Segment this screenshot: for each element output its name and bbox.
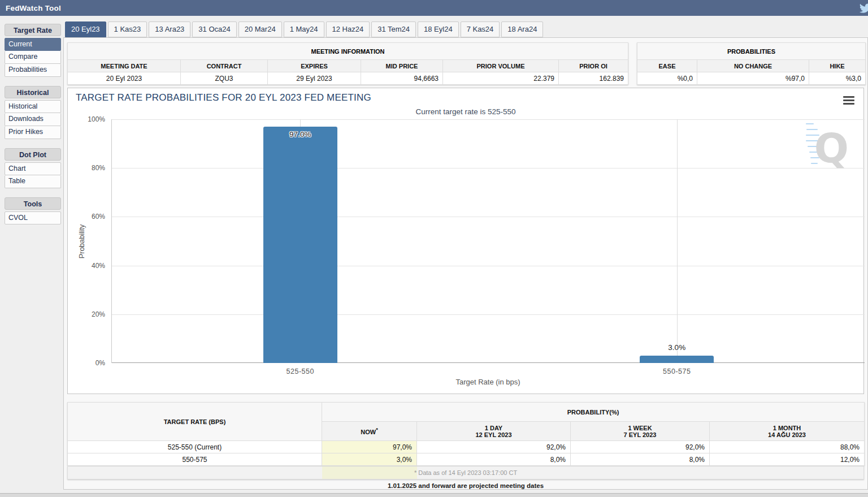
sidebar-item-table[interactable]: Table — [5, 175, 61, 188]
chart-plot-area: 97.0%525-5503.0%550-575 — [111, 119, 865, 363]
x-tick-label: 550-575 — [663, 368, 691, 375]
sidebar-item-compare[interactable]: Compare — [5, 51, 61, 64]
now-label: NOW — [361, 429, 376, 435]
col-hike: HIKE — [809, 60, 866, 72]
prior-volume-value: 22.379 — [443, 72, 559, 85]
y-tick-label: 0% — [96, 359, 105, 367]
tab-31-tem24[interactable]: 31 Tem24 — [371, 21, 416, 37]
sidebar-header-dot-plot: Dot Plot — [5, 148, 61, 161]
col-now: NOW* — [322, 422, 417, 441]
probability-bar — [640, 356, 714, 363]
meeting-date-tabs: 20 Eyl23 1 Kas23 13 Ara23 31 Oca24 20 Ma… — [65, 21, 543, 37]
fedwatch-page: FedWatch Tool Target Rate Current Compar… — [0, 0, 868, 497]
month-525-550: 88,0% — [710, 441, 865, 453]
tab-31-oca24[interactable]: 31 Oca24 — [192, 21, 236, 37]
sidebar-item-prior-hikes[interactable]: Prior Hikes — [5, 126, 61, 139]
sidebar-header-target-rate: Target Rate — [5, 24, 61, 36]
sidebar-section-tools: Tools CVOL — [5, 197, 61, 224]
y-tick-label: 80% — [92, 164, 105, 172]
meeting-date-value: 20 Eyl 2023 — [68, 72, 181, 85]
no-change-value: %97,0 — [697, 72, 809, 85]
sidebar-header-historical: Historical — [5, 86, 61, 98]
col-1-month: 1 MONTH 14 AĞU 2023 — [710, 422, 865, 441]
col-prior-oi: PRIOR OI — [559, 60, 628, 72]
tab-1-kas23[interactable]: 1 Kas23 — [108, 21, 147, 37]
table-row: 525-550 (Current) 97,0% 92,0% 92,0% 88,0… — [68, 441, 865, 453]
probability-bar — [263, 127, 337, 363]
prior-oi-value: 162.839 — [559, 72, 628, 85]
week-525-550: 92,0% — [571, 441, 710, 453]
day-550-575: 8,0% — [417, 453, 571, 466]
col-1-day-label: 1 DAY — [417, 425, 570, 431]
sidebar-header-tools: Tools — [5, 197, 61, 210]
col-1-week-date: 7 EYL 2023 — [571, 431, 709, 438]
main-panel: MEETING INFORMATION MEETING DATE CONTRAC… — [63, 37, 868, 490]
hike-value: %3,0 — [809, 72, 866, 85]
week-550-575: 8,0% — [571, 453, 710, 466]
tab-20-mar24[interactable]: 20 Mar24 — [238, 21, 282, 37]
sidebar-section-historical: Historical Historical Downloads Prior Hi… — [5, 86, 61, 139]
sidebar-item-current[interactable]: Current — [5, 38, 61, 51]
sidebar-section-target-rate: Target Rate Current Compare Probabilitie… — [5, 24, 61, 77]
contract-value: ZQU3 — [181, 72, 268, 85]
projected-dates-note: 1.01.2025 and forward are projected meet… — [64, 482, 867, 489]
tab-1-may24[interactable]: 1 May24 — [284, 21, 324, 37]
col-ease: EASE — [637, 60, 697, 72]
target-rate-chart: TARGET RATE PROBABILITIES FOR 20 EYL 202… — [67, 88, 864, 394]
col-1-week: 1 WEEK 7 EYL 2023 — [571, 422, 710, 441]
tab-13-ara23[interactable]: 13 Ara23 — [149, 21, 190, 37]
h-gridline — [112, 168, 865, 168]
col-meeting-date: MEETING DATE — [68, 60, 181, 72]
probabilities-title: PROBABILITIES — [637, 43, 866, 60]
y-axis-tick-labels: 0%20%40%60%80%100% — [84, 119, 108, 363]
table-footer: * Data as of 14 Eyl 2023 03:17:00 CT — [67, 466, 864, 479]
hamburger-menu-icon[interactable] — [843, 96, 854, 105]
col-prior-volume: PRIOR VOLUME — [443, 60, 559, 72]
x-axis-title: Target Rate (in bps) — [111, 378, 865, 386]
sidebar-item-downloads[interactable]: Downloads — [5, 113, 61, 126]
app-titlebar: FedWatch Tool — [0, 0, 868, 16]
meeting-information-title: MEETING INFORMATION — [68, 43, 628, 60]
v-gridline — [677, 119, 678, 363]
now-525-550: 97,0% — [322, 441, 417, 453]
bar-value-label: 3.0% — [668, 343, 685, 352]
sidebar-item-cvol[interactable]: CVOL — [5, 211, 61, 224]
probability-group-header: PROBABILITY(%) — [322, 403, 865, 422]
x-tick-label: 525-550 — [287, 368, 314, 375]
sidebar: Target Rate Current Compare Probabilitie… — [5, 24, 61, 234]
tab-12-haz24[interactable]: 12 Haz24 — [326, 21, 370, 37]
tab-20-eyl23[interactable]: 20 Eyl23 — [65, 21, 106, 37]
rate-525-550: 525-550 (Current) — [68, 441, 322, 453]
target-rate-bps-header: TARGET RATE (BPS) — [68, 403, 322, 441]
sidebar-section-dot-plot: Dot Plot Chart Table — [5, 148, 61, 188]
sidebar-item-probabilities[interactable]: Probabilities — [5, 64, 61, 77]
col-1-day-date: 12 EYL 2023 — [417, 431, 570, 438]
bar-value-label: 97.0% — [289, 130, 311, 139]
sidebar-item-historical[interactable]: Historical — [5, 100, 61, 113]
h-gridline — [112, 362, 865, 363]
h-gridline — [112, 119, 865, 120]
now-550-575: 3,0% — [322, 453, 417, 466]
y-tick-label: 60% — [92, 213, 105, 221]
mid-price-value: 94,6663 — [361, 72, 443, 85]
col-1-month-label: 1 MONTH — [710, 425, 864, 431]
tab-18-eyl24[interactable]: 18 Eyl24 — [418, 21, 459, 37]
y-tick-label: 20% — [92, 310, 105, 318]
twitter-bird-icon[interactable] — [857, 2, 868, 14]
col-1-month-date: 14 AĞU 2023 — [710, 431, 864, 438]
ease-value: %0,0 — [637, 72, 697, 85]
col-mid-price: MID PRICE — [361, 60, 443, 72]
h-gridline — [112, 266, 865, 266]
col-contract: CONTRACT — [181, 60, 268, 72]
tab-7-kas24[interactable]: 7 Kas24 — [461, 21, 500, 37]
meeting-information-table: MEETING INFORMATION MEETING DATE CONTRAC… — [67, 42, 628, 85]
sidebar-item-chart[interactable]: Chart — [5, 162, 61, 175]
expires-value: 29 Eyl 2023 — [268, 72, 361, 85]
data-asof-note: * Data as of 14 Eyl 2023 03:17:00 CT — [68, 466, 863, 479]
col-1-week-label: 1 WEEK — [571, 425, 709, 431]
rate-550-575: 550-575 — [68, 453, 322, 466]
y-tick-label: 100% — [88, 115, 105, 123]
tab-18-ara24[interactable]: 18 Ara24 — [501, 21, 543, 37]
quikstrike-watermark: Q — [804, 121, 849, 170]
h-gridline — [112, 217, 865, 217]
